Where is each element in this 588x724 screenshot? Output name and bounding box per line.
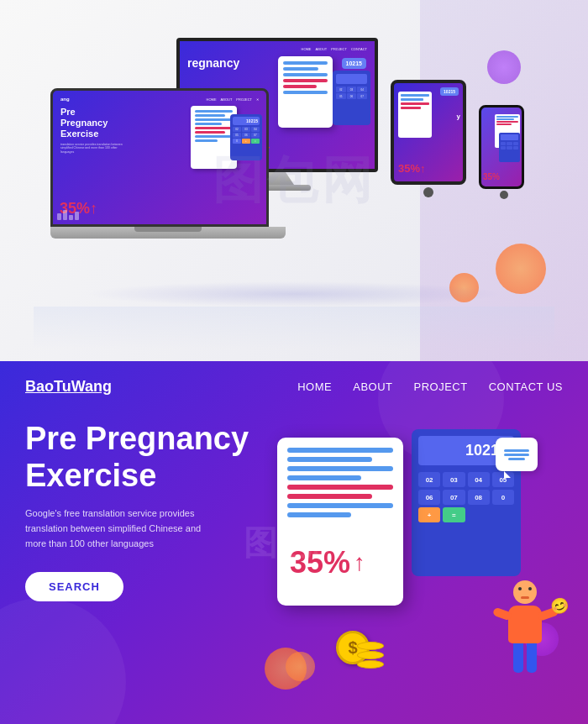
reflection-area bbox=[34, 307, 554, 349]
doc-line-5 bbox=[287, 485, 393, 490]
doc-line-6 bbox=[287, 494, 372, 499]
chat-bubble bbox=[496, 438, 538, 471]
person-arm-right: 😊 bbox=[537, 606, 559, 622]
chat-line-2 bbox=[504, 454, 529, 456]
nav-contact[interactable]: CONTACT US bbox=[489, 380, 563, 393]
bottom-content: Pre Pregnancy Exercise Google's free tra… bbox=[0, 404, 588, 723]
nav-links: HOME ABOUT PROJECT CONTACT US bbox=[297, 380, 563, 393]
nav-home[interactable]: HOME bbox=[297, 380, 332, 393]
person-arm-left bbox=[492, 607, 512, 622]
doc-line-7 bbox=[287, 503, 393, 508]
coin-stack bbox=[357, 642, 384, 669]
calc-key-02: 02 bbox=[418, 472, 440, 487]
person-figure: 😊 bbox=[496, 580, 554, 681]
search-button[interactable]: SEARCH bbox=[25, 572, 123, 601]
bottom-section: BaoTuWang HOME ABOUT PROJECT CONTACT US … bbox=[0, 361, 588, 724]
tablet-screen: 10215 35%↑ y bbox=[391, 80, 466, 185]
calc-key-08: 08 bbox=[468, 490, 490, 505]
tablet-number: 10215 bbox=[440, 87, 459, 96]
calc-key-03: 03 bbox=[443, 472, 465, 487]
chat-line-1 bbox=[504, 449, 529, 452]
laptop-desc: translation service provides translation… bbox=[56, 143, 132, 155]
person-leg-left bbox=[513, 643, 523, 673]
brand-name[interactable]: BaoTuWang bbox=[25, 378, 112, 396]
laptop-screen: ang HOME ABOUT PROJECT ✕ PrePregnancyExe… bbox=[50, 88, 269, 227]
person-leg-right bbox=[527, 643, 537, 673]
doc-line-1 bbox=[287, 448, 393, 453]
chat-line-3 bbox=[508, 458, 525, 460]
coin-3 bbox=[357, 660, 384, 669]
calc-key-equals: = bbox=[443, 507, 465, 522]
orb-bottom-mid bbox=[286, 652, 315, 681]
monitor-nav-about: ABOUT bbox=[316, 47, 328, 51]
person-head bbox=[513, 580, 537, 604]
laptop-nav-project: PROJECT bbox=[236, 97, 252, 102]
left-content: Pre Pregnancy Exercise Google's free tra… bbox=[25, 421, 260, 601]
monitor-nav-project: PROJECT bbox=[331, 47, 347, 51]
monitor-number: 10215 bbox=[342, 58, 366, 69]
laptop-nav-x: ✕ bbox=[256, 97, 259, 102]
monitor-nav-home: HOME bbox=[302, 47, 312, 51]
hero-title: Pre Pregnancy Exercise bbox=[25, 421, 260, 494]
calc-key-0: 0 bbox=[492, 490, 514, 505]
laptop-hinge bbox=[134, 227, 202, 232]
monitor-calc: 02 03 04 05 06 07 bbox=[333, 71, 370, 125]
phone-calc bbox=[499, 133, 520, 162]
coin-2 bbox=[357, 651, 384, 659]
calc-key-plus: + bbox=[418, 507, 440, 522]
percentage-text: 35% bbox=[290, 545, 350, 580]
calc-key-05: 05 bbox=[492, 472, 514, 487]
tablet-home-button bbox=[423, 187, 433, 197]
tablet-doc bbox=[398, 92, 432, 138]
laptop-device: ang HOME ABOUT PROJECT ✕ PrePregnancyExe… bbox=[50, 88, 286, 256]
doc-line-3 bbox=[287, 466, 393, 471]
laptop-brand: ang bbox=[60, 97, 70, 102]
laptop-calc-card: 10215 02 03 04 05 06 07 0 + = bbox=[230, 114, 262, 160]
calc-key-04: 04 bbox=[468, 472, 490, 487]
laptop-base bbox=[50, 227, 286, 239]
arrow-up-icon: ↑ bbox=[354, 549, 365, 576]
person-legs bbox=[496, 643, 554, 673]
big-doc: 35% ↑ bbox=[277, 438, 403, 606]
laptop-nav-about: ABOUT bbox=[221, 97, 233, 102]
devices-container: ang HOME ABOUT PROJECT ✕ PrePregnancyExe… bbox=[34, 29, 554, 349]
phone-screen: 35% bbox=[479, 105, 524, 189]
tablet-percentage: 35%↑ bbox=[398, 162, 426, 175]
bottom-nav: BaoTuWang HOME ABOUT PROJECT CONTACT US bbox=[0, 361, 588, 404]
doc-line-4 bbox=[287, 475, 361, 480]
big-percentage: 35% ↑ bbox=[290, 545, 365, 580]
phone-home-button bbox=[500, 191, 508, 199]
phone-percentage: 35% bbox=[483, 172, 500, 181]
tablet-device: 10215 35%↑ y bbox=[386, 80, 470, 197]
person-body: 😊 bbox=[508, 606, 542, 643]
phone-device: 35% bbox=[479, 105, 529, 202]
top-section: ang HOME ABOUT PROJECT ✕ PrePregnancyExe… bbox=[0, 0, 588, 361]
emoji: 😊 bbox=[549, 594, 572, 617]
doc-line-2 bbox=[287, 457, 372, 462]
monitor-nav-contact: CONTACT bbox=[351, 47, 367, 51]
nav-project[interactable]: PROJECT bbox=[414, 380, 468, 393]
hero-description: Google's free translation service provid… bbox=[25, 506, 210, 551]
device-shadow bbox=[84, 281, 504, 307]
monitor-doc bbox=[278, 56, 333, 128]
laptop-nav-home: HOME bbox=[207, 97, 217, 102]
tablet-partial-text: y bbox=[457, 113, 460, 120]
calc-key-06: 06 bbox=[418, 490, 440, 505]
right-illustration: 35% ↑ 10215 02 03 04 05 06 07 08 0 bbox=[260, 421, 563, 706]
coin-1 bbox=[357, 642, 384, 650]
doc-line-8 bbox=[287, 512, 351, 517]
nav-about[interactable]: ABOUT bbox=[353, 380, 392, 393]
calc-keys: 02 03 04 05 06 07 08 0 + = bbox=[418, 472, 514, 522]
calc-key-07: 07 bbox=[443, 490, 465, 505]
